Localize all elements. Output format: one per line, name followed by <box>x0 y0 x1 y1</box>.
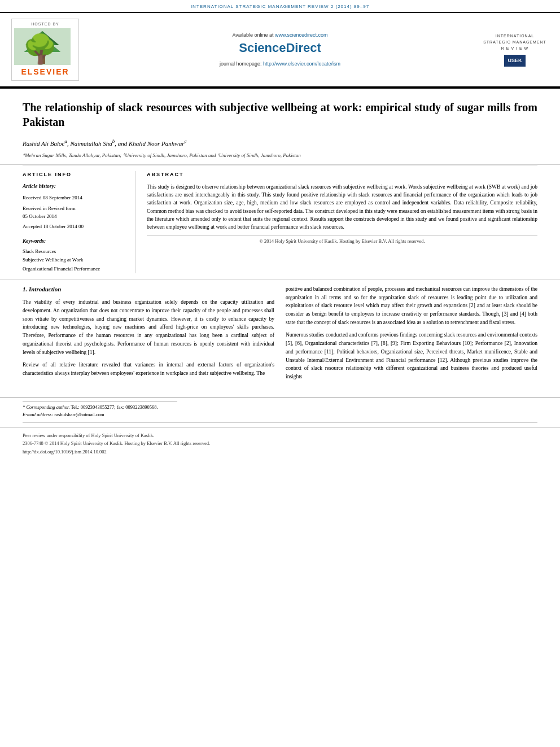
intro-para-1: The viability of every industrial and bu… <box>23 298 274 356</box>
main-title-section: The relationship of slack resources with… <box>0 89 560 165</box>
footer-issn: 2306-7748 © 2014 Holy Spirit University … <box>23 439 537 447</box>
usek-badge: USEK <box>504 55 525 67</box>
abstract-text: This study is designed to observe relati… <box>147 183 537 231</box>
keywords-label: Keywords: <box>23 238 126 245</box>
journal-reference: INTERNATIONAL STRATEGIC MANAGEMENT REVIE… <box>191 4 369 9</box>
elsevier-brand-name: ELSEVIER <box>14 67 76 78</box>
intro-right-para-2: Numerous studies conducted and conforms … <box>286 331 537 381</box>
svg-marker-6 <box>24 37 60 52</box>
keywords-section: Keywords: Slack Resources Subjective Wel… <box>23 238 126 273</box>
keyword-1: Slack Resources <box>23 247 126 256</box>
header-right: INTERNATIONAL STRATEGIC MANAGEMENT R E V… <box>481 33 549 67</box>
authors-line: Rashid Ali Baloca, Naimatullah Shab, and… <box>23 138 537 148</box>
footnote-email: E-mail address: rashidsharr@hotmail.com <box>23 411 537 419</box>
body-left-column: 1. Introduction The viability of every i… <box>23 285 274 386</box>
svg-rect-1 <box>40 54 45 64</box>
abstract-column: ABSTRACT This study is designed to obser… <box>147 171 537 273</box>
abstract-heading: ABSTRACT <box>147 171 537 178</box>
sciencedirect-title: ScienceDirect <box>85 40 475 57</box>
svg-marker-2 <box>25 31 42 45</box>
body-section: 1. Introduction The viability of every i… <box>0 279 560 391</box>
author-2-sup: b <box>112 139 115 145</box>
svg-marker-4 <box>28 31 56 45</box>
svg-rect-0 <box>14 28 71 65</box>
footnote-section: * Corresponding author. Tel.: 0092304305… <box>0 397 560 419</box>
intro-right-para-1: positive and balanced combination of peo… <box>286 285 537 327</box>
author-1-sup: a <box>64 139 67 145</box>
paper-title: The relationship of slack resources with… <box>23 100 537 129</box>
author-3: Khalid Noor Panhwar <box>129 140 184 147</box>
author-3-sup: c <box>184 139 186 145</box>
received-date: Received 08 September 2014 <box>23 194 126 202</box>
peer-review-section: Peer review under responsibility of Holy… <box>0 427 560 459</box>
affiliations-line: ᵃMehran Sugar Mills, Tando Allahyar, Pak… <box>23 152 537 159</box>
journal-homepage-text: journal homepage: http://www.elsevier.co… <box>85 60 475 68</box>
hosted-by-label: HOSTED BY <box>14 21 76 27</box>
elsevier-logo: HOSTED BY ELSEVIER <box>11 19 79 80</box>
keyword-2: Subjective Wellbeing at Work <box>23 256 126 264</box>
header-section: HOSTED BY ELSEVIER Available online a <box>0 13 560 87</box>
author-1: Rashid Ali Baloc <box>23 140 64 147</box>
sciencedirect-url-link[interactable]: www.sciencedirect.com <box>275 32 328 38</box>
svg-marker-5 <box>24 37 60 52</box>
peer-review-text: Peer review under responsibility of Holy… <box>23 431 537 439</box>
two-col-body: 1. Introduction The viability of every i… <box>23 285 537 386</box>
article-info-abstract-section: ARTICLE INFO Article history: Received 0… <box>0 165 560 279</box>
accepted-date: Accepted 18 October 2014 00 <box>23 222 126 230</box>
article-info-column: ARTICLE INFO Article history: Received 0… <box>23 171 135 273</box>
body-right-column: positive and balanced combination of peo… <box>286 285 537 386</box>
revised-date: Received in Revised form05 October 2014 <box>23 204 126 221</box>
svg-marker-3 <box>42 31 59 45</box>
journal-url-link[interactable]: http://www.elsevier.com/locate/ism <box>263 61 340 67</box>
elsevier-tree-image <box>14 28 71 65</box>
journal-title-block: INTERNATIONAL STRATEGIC MANAGEMENT R E V… <box>481 33 549 52</box>
footnote-corresponding: * Corresponding author. Tel.: 0092304305… <box>23 404 537 412</box>
intro-heading: 1. Introduction <box>23 285 274 294</box>
intro-para-2: Review of all relative literature reveal… <box>23 361 274 377</box>
top-bar: INTERNATIONAL STRATEGIC MANAGEMENT REVIE… <box>0 0 560 13</box>
author-2: Naimatullah Sha <box>70 140 112 147</box>
available-online-text: Available online at www.sciencedirect.co… <box>85 32 475 39</box>
header-center: Available online at www.sciencedirect.co… <box>85 32 475 68</box>
copyright-notice: © 2014 Holy Spirit University of Kaslik.… <box>147 235 537 245</box>
article-history-label: Article history: <box>23 183 126 190</box>
article-info-heading: ARTICLE INFO <box>23 171 126 178</box>
keyword-3: Organizational Financial Performance <box>23 265 126 273</box>
footnote-tel: Tel.: 00923043055277; fax: 0093223890568… <box>71 404 158 410</box>
footer-doi: http://dx.doi.org/10.1016/j.ism.2014.10.… <box>23 448 537 456</box>
